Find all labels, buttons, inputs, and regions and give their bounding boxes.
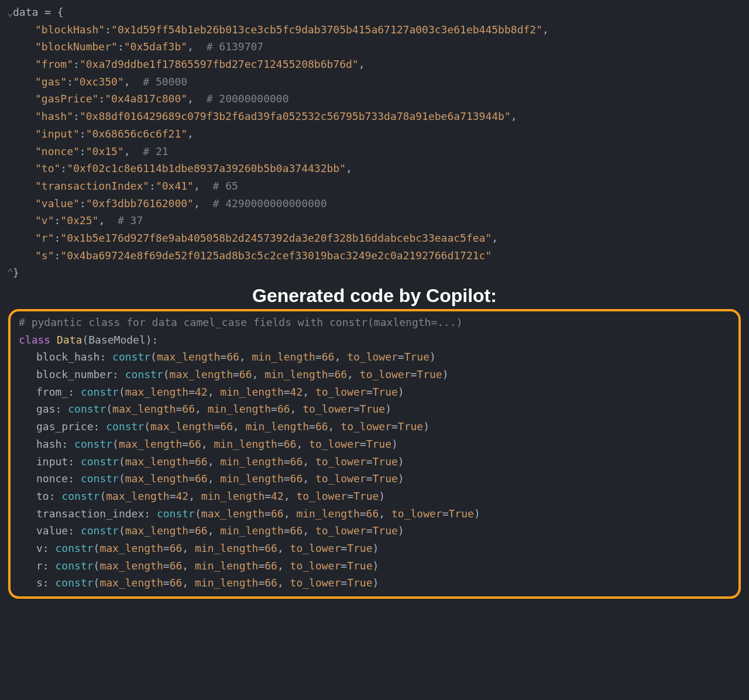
dict-key: "hash" bbox=[35, 110, 73, 122]
field-name: to bbox=[36, 490, 49, 502]
constr-call: constr bbox=[74, 438, 112, 450]
constr-call: constr bbox=[56, 577, 94, 589]
code-line: "gas":"0xc350", # 50000 bbox=[2, 73, 747, 91]
constr-call: constr bbox=[81, 455, 119, 468]
code-line: "from":"0xa7d9ddbe1f17865597fbd27ec71245… bbox=[2, 56, 747, 73]
code-line: v: constr(max_length=66, min_length=66, … bbox=[14, 540, 735, 557]
field-name: gas bbox=[36, 403, 56, 415]
code-line: from_: constr(max_length=42, min_length=… bbox=[14, 383, 735, 401]
dict-value: "0x68656c6c6f21" bbox=[86, 128, 187, 140]
constr-call: constr bbox=[56, 560, 94, 572]
close-brace: } bbox=[13, 266, 19, 279]
dict-key: "blockHash" bbox=[35, 23, 105, 36]
field-name: gas_price bbox=[36, 420, 94, 433]
dict-key: "value" bbox=[35, 197, 80, 210]
constr-call: constr bbox=[68, 403, 106, 415]
constr-call: constr bbox=[125, 368, 163, 380]
constr-call: constr bbox=[61, 490, 99, 502]
field-name: from_ bbox=[36, 386, 68, 398]
code-line: "to":"0xf02c1c8e6114b1dbe8937a39260b5b0a… bbox=[2, 160, 747, 177]
dict-value: "0x1d59ff54b1eb26b013ce3cb5fc9dab3705b41… bbox=[111, 23, 542, 36]
field-name: v bbox=[36, 542, 43, 554]
dict-value: "0x41" bbox=[156, 180, 194, 192]
code-line: "input":"0x68656c6c6f21", bbox=[2, 125, 747, 143]
code-line: hash: constr(max_length=66, min_length=6… bbox=[14, 435, 735, 453]
code-line: "value":"0xf3dbb76162000", # 42900000000… bbox=[2, 195, 747, 212]
code-line: ⌃} bbox=[2, 264, 747, 282]
code-line: block_number: constr(max_length=66, min_… bbox=[14, 366, 735, 383]
constr-call: constr bbox=[81, 386, 119, 398]
dict-key: "gas" bbox=[35, 76, 67, 88]
comment: # pydantic class for data camel_case fie… bbox=[19, 316, 463, 328]
code-line: "blockNumber":"0x5daf3b", # 6139707 bbox=[2, 38, 747, 56]
comment: # 21 bbox=[143, 145, 168, 157]
comment: # 65 bbox=[212, 180, 238, 192]
constr-call: constr bbox=[81, 472, 119, 485]
field-name: transaction_index bbox=[36, 507, 144, 520]
code-line: input: constr(max_length=66, min_length=… bbox=[14, 453, 735, 471]
field-name: nonce bbox=[36, 472, 68, 485]
dict-value: "0x1b5e176d927f8e9ab405058b2d2457392da3e… bbox=[60, 232, 492, 244]
code-line: "s":"0x4ba69724e8f69de52f0125ad8b3c5c2ce… bbox=[2, 247, 747, 265]
code-editor[interactable]: ⌄data = { "blockHash":"0x1d59ff54b1eb26b… bbox=[0, 0, 749, 608]
dict-value: "0xa7d9ddbe1f17865597fbd27ec712455208b6b… bbox=[80, 58, 359, 70]
dict-value: "0xc350" bbox=[73, 76, 124, 88]
dict-key: "input" bbox=[35, 128, 80, 140]
code-line: gas: constr(max_length=66, min_length=66… bbox=[14, 400, 735, 418]
code-line: value: constr(max_length=66, min_length=… bbox=[14, 522, 735, 540]
dict-key: "v" bbox=[35, 214, 54, 227]
code-line: s: constr(max_length=66, min_length=66, … bbox=[14, 574, 735, 592]
constr-call: constr bbox=[112, 351, 150, 363]
dict-value: "0xf02c1c8e6114b1dbe8937a39260b5b0a37443… bbox=[67, 162, 346, 174]
code-line: block_hash: constr(max_length=66, min_le… bbox=[14, 348, 735, 366]
comment: # 50000 bbox=[143, 76, 187, 88]
code-line: ⌄data = { bbox=[2, 4, 747, 21]
code-line: "r":"0x1b5e176d927f8e9ab405058b2d2457392… bbox=[2, 229, 747, 247]
field-name: block_hash bbox=[36, 351, 99, 363]
dict-value: "0x4a817c800" bbox=[105, 92, 187, 105]
code-line: "v":"0x25", # 37 bbox=[2, 212, 747, 229]
code-line: gas_price: constr(max_length=66, min_len… bbox=[14, 418, 735, 435]
code-line: # pydantic class for data camel_case fie… bbox=[14, 314, 735, 331]
code-line: class Data(BaseModel): bbox=[14, 331, 735, 349]
dict-value: "0x5daf3b" bbox=[124, 40, 187, 53]
dict-value: "0x88df016429689c079f3b2f6ad39fa052532c5… bbox=[80, 110, 511, 122]
comment: # 37 bbox=[118, 214, 143, 227]
constr-call: constr bbox=[81, 524, 119, 537]
fold-close-icon: ⌃ bbox=[7, 264, 13, 282]
code-line: "nonce":"0x15", # 21 bbox=[2, 143, 747, 160]
dict-key: "r" bbox=[35, 232, 54, 244]
constr-call: constr bbox=[157, 507, 195, 520]
section-heading: Generated code by Copilot: bbox=[2, 285, 747, 307]
comment: # 4290000000000000 bbox=[212, 197, 327, 210]
copilot-output-box: # pydantic class for data camel_case fie… bbox=[8, 309, 741, 599]
dict-value: "0xf3dbb76162000" bbox=[86, 197, 194, 210]
field-name: r bbox=[36, 560, 43, 572]
code-line: nonce: constr(max_length=66, min_length=… bbox=[14, 470, 735, 488]
code-line: r: constr(max_length=66, min_length=66, … bbox=[14, 557, 735, 575]
field-name: s bbox=[36, 577, 43, 589]
code-line: "gasPrice":"0x4a817c800", # 20000000000 bbox=[2, 90, 747, 108]
keyword-class: class bbox=[19, 334, 50, 346]
dict-value: "0x25" bbox=[60, 214, 98, 227]
dict-key: "transactionIndex" bbox=[35, 180, 149, 192]
class-name: Data bbox=[57, 334, 82, 346]
constr-call: constr bbox=[56, 542, 94, 554]
dict-key: "from" bbox=[35, 58, 73, 70]
code-line: to: constr(max_length=42, min_length=42,… bbox=[14, 488, 735, 505]
dict-value: "0x15" bbox=[86, 145, 124, 157]
code-line: "blockHash":"0x1d59ff54b1eb26b013ce3cb5f… bbox=[2, 21, 747, 39]
comment: # 6139707 bbox=[207, 40, 264, 53]
dict-key: "blockNumber" bbox=[35, 40, 118, 53]
dict-value: "0x4ba69724e8f69de52f0125ad8b3c5c2cef330… bbox=[60, 249, 492, 262]
dict-key: "to" bbox=[35, 162, 60, 174]
fold-icon[interactable]: ⌄ bbox=[7, 4, 13, 21]
base-class: BaseModel bbox=[88, 334, 146, 346]
code-line: "transactionIndex":"0x41", # 65 bbox=[2, 177, 747, 195]
field-name: hash bbox=[36, 438, 61, 450]
comment: # 20000000000 bbox=[207, 92, 289, 105]
dict-key: "nonce" bbox=[35, 145, 80, 157]
dict-key: "s" bbox=[35, 249, 54, 262]
field-name: block_number bbox=[36, 368, 112, 380]
constr-call: constr bbox=[106, 420, 144, 433]
